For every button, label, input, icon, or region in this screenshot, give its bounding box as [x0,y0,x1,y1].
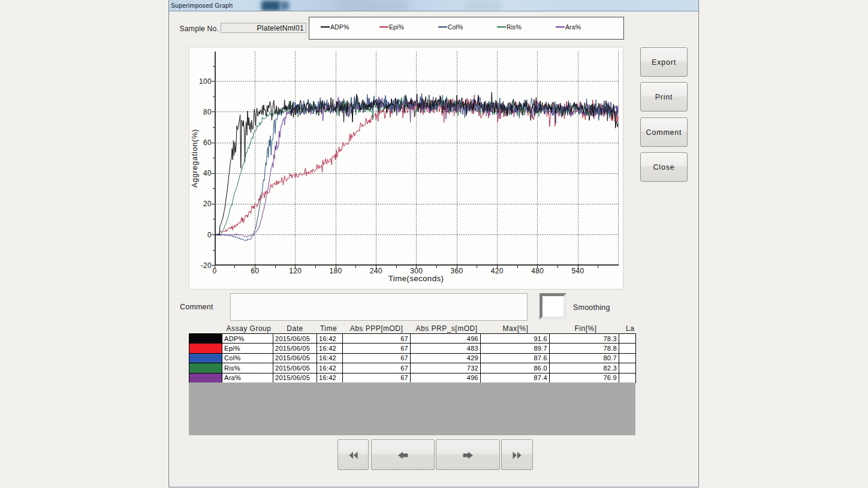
svg-text:Aggregation(%): Aggregation(%) [191,129,199,188]
svg-text:60: 60 [203,138,212,147]
svg-text:-20: -20 [201,261,212,270]
svg-text:Time(seconds): Time(seconds) [388,274,444,283]
svg-text:100: 100 [199,77,212,86]
svg-text:240: 240 [370,267,382,275]
svg-text:0: 0 [207,231,212,239]
svg-text:20: 20 [203,200,212,208]
svg-text:360: 360 [451,267,463,275]
svg-text:120: 120 [289,267,302,275]
svg-text:480: 480 [531,267,544,275]
svg-text:540: 540 [572,267,584,275]
svg-text:420: 420 [491,267,504,275]
svg-text:60: 60 [251,267,259,275]
svg-text:180: 180 [330,267,342,275]
svg-text:80: 80 [203,108,212,116]
svg-text:40: 40 [203,169,212,177]
svg-text:0: 0 [213,267,217,275]
